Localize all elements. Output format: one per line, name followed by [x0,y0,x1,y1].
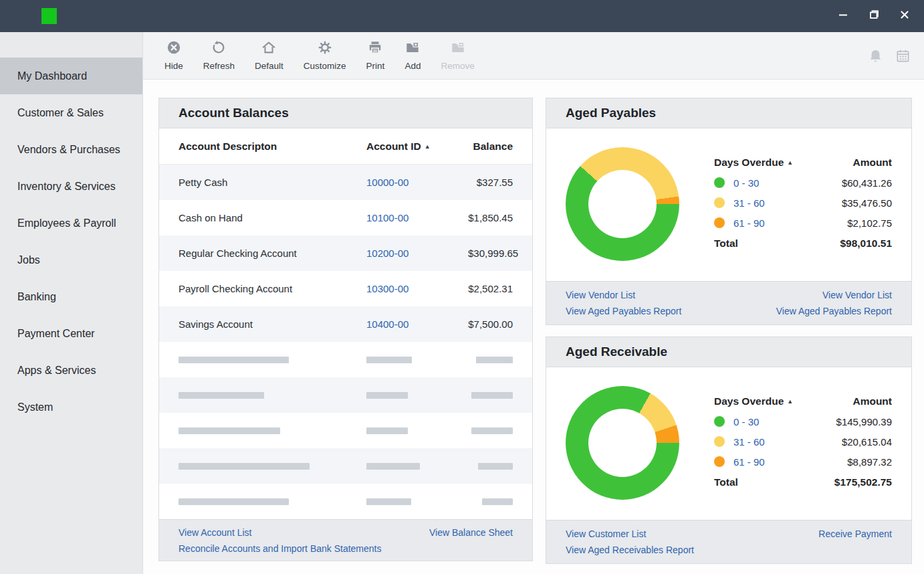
total-amount: $98,010.51 [840,237,892,250]
minimize-button[interactable] [833,6,853,26]
customize-button[interactable]: Customize [294,40,356,71]
account-id-link[interactable]: 10400-00 [366,318,409,330]
days-overdue-range-link[interactable]: 61 - 90 [733,217,765,229]
days-overdue-range-link[interactable]: 0 - 30 [733,416,759,427]
placeholder-cell [179,427,366,434]
toolbar: HideRefreshDefaultCustomizePrintAddRemov… [143,32,924,80]
legend-header-amount: Amount [852,395,892,411]
sidebar-item-jobs[interactable]: Jobs [0,242,142,278]
view-vendor-list-link[interactable]: View Vendor List [776,287,892,303]
placeholder-bar [471,427,513,434]
days-overdue-range-link[interactable]: 31 - 60 [733,436,765,448]
placeholder-bar [179,498,289,505]
maximize-button[interactable] [864,6,884,26]
legend-header-days-overdue[interactable]: Days Overdue▲ [714,157,793,173]
sidebar-item-label: Apps & Services [17,365,96,377]
receive-payment-link[interactable]: Receive Payment [818,526,892,542]
legend-header-amount: Amount [852,157,892,173]
sidebar-item-my-dashboard[interactable]: My Dashboard [0,58,142,94]
sidebar-item-label: Jobs [17,254,40,266]
table-row-placeholder [159,342,532,377]
placeholder-cell [366,427,468,434]
view-vendor-list-link[interactable]: View Vendor List [566,287,681,303]
total-amount: $175,502.75 [834,476,892,488]
legend-amount: $2,102.75 [847,217,892,229]
view-balance-sheet-link[interactable]: View Balance Sheet [429,524,513,541]
days-overdue-range-link[interactable]: 61 - 90 [733,456,765,468]
placeholder-bar [179,392,264,399]
legend-row: 0 - 30$60,431.26 [714,173,892,193]
account-balances-header: Account Balances [159,98,532,128]
account-id-cell: 10300-00 [366,283,468,294]
placeholder-cell [468,392,513,399]
reconcile-accounts-and-import-bank-statements-link[interactable]: Reconcile Accounts and Import Bank State… [179,541,382,557]
remove-button[interactable]: Remove [431,40,484,71]
aged-receivable-panel: Aged Receivable Days Overdue▲ Amount 0 -… [546,337,912,564]
view-customer-list-link[interactable]: View Customer List [566,526,694,542]
table-row: Petty Cash10000-00$327.55 [159,165,532,200]
panel-title: Aged Payables [566,106,656,120]
account-description: Savings Account [179,318,366,330]
placeholder-cell [468,463,513,470]
days-overdue-range-link[interactable]: 0 - 30 [733,177,759,189]
placeholder-bar [478,463,513,470]
legend-header-days-overdue[interactable]: Days Overdue▲ [714,395,793,411]
account-balance: $1,850.45 [468,212,513,223]
bell-icon[interactable] [868,48,883,64]
days-overdue-range-link[interactable]: 31 - 60 [733,197,765,209]
placeholder-cell [468,498,513,505]
placeholder-cell [468,427,513,434]
account-id-link[interactable]: 10100-00 [366,212,409,223]
gear-icon [318,40,332,58]
hide-button[interactable]: Hide [154,40,193,71]
print-button[interactable]: Print [356,40,395,71]
account-id-link[interactable]: 10200-00 [366,248,409,259]
placeholder-cell [179,498,366,505]
calendar-icon[interactable] [895,48,911,64]
account-balances-footer: View Account ListReconcile Accounts and … [159,519,532,561]
hide-circle-icon [166,40,181,58]
close-button[interactable] [895,6,915,26]
column-account-id[interactable]: Account ID▲ [366,140,468,153]
account-id-link[interactable]: 10000-00 [366,177,409,188]
table-row: Payroll Checking Account10300-00$2,502.3… [159,271,532,306]
add-button[interactable]: Add [394,40,431,71]
view-aged-payables-report-link[interactable]: View Aged Payables Report [566,303,681,319]
placeholder-cell [179,357,366,363]
account-id-link[interactable]: 10300-00 [366,283,409,294]
sidebar-item-system[interactable]: System [0,389,142,425]
view-aged-payables-report-link[interactable]: View Aged Payables Report [776,303,892,319]
legend-row: 31 - 60$35,476.50 [714,193,892,213]
aged-receivable-legend: Days Overdue▲ Amount 0 - 30$145,990.3931… [714,395,892,488]
placeholder-bar [471,392,513,399]
table-row-placeholder [159,484,532,519]
legend-dot [714,436,725,447]
default-button[interactable]: Default [245,40,294,71]
sidebar-item-customer-sales[interactable]: Customer & Sales [0,94,142,131]
donut-hole [588,409,657,477]
refresh-button[interactable]: Refresh [193,40,245,71]
sort-asc-icon: ▲ [787,159,793,166]
sort-asc-icon: ▲ [425,143,431,150]
table-row-placeholder [159,413,532,448]
sidebar-item-inventory-services[interactable]: Inventory & Services [0,168,142,205]
legend-amount: $20,615.04 [842,436,892,448]
sidebar-item-apps-services[interactable]: Apps & Services [0,352,142,389]
account-balance: $327.55 [468,177,513,188]
account-id-cell: 10400-00 [366,318,468,330]
table-row: Savings Account10400-00$7,500.00 [159,306,532,342]
legend-dot [714,416,725,427]
placeholder-cell [468,357,513,363]
placeholder-bar [366,427,408,434]
sidebar-item-payment-center[interactable]: Payment Center [0,315,142,352]
view-account-list-link[interactable]: View Account List [179,524,382,541]
toolbar-button-label: Hide [164,61,183,71]
placeholder-cell [366,463,468,470]
table-row: Cash on Hand10100-00$1,850.45 [159,200,532,235]
view-aged-receivables-report-link[interactable]: View Aged Receivables Report [566,542,694,558]
aged-payables-legend: Days Overdue▲ Amount 0 - 30$60,431.2631 … [714,157,892,250]
sidebar-item-banking[interactable]: Banking [0,278,142,315]
sidebar-item-vendors-purchases[interactable]: Vendors & Purchases [0,131,142,168]
total-label: Total [714,476,738,488]
sidebar-item-employees-payroll[interactable]: Employees & Payroll [0,205,142,242]
